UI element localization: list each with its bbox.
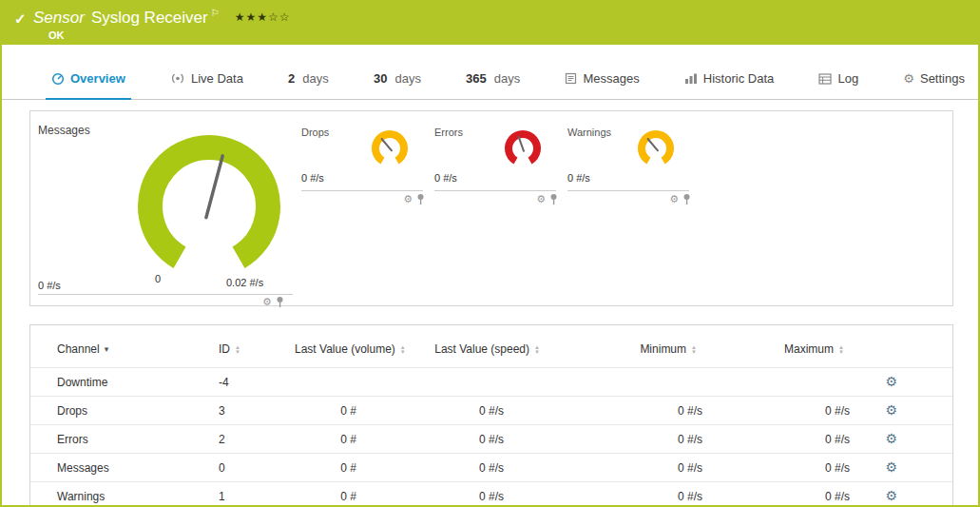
tab-settings[interactable]: ⚙ Settings — [897, 71, 970, 99]
channel-volume: 0 # — [287, 482, 406, 507]
channel-minimum: 0 #/s — [553, 397, 710, 425]
sensor-title-name: Syslog Receiver — [91, 9, 208, 27]
tab-365-days[interactable]: 365 days — [460, 71, 526, 99]
drops-gauge-needle — [382, 139, 392, 150]
tab-historic-data[interactable]: Historic Data — [679, 71, 779, 99]
channel-settings-icon[interactable]: ⚙ — [885, 431, 897, 446]
table-row-messages: Messages 0 0 # 0 #/s 0 #/s 0 #/s ⚙ — [30, 454, 952, 482]
channel-name: Downtime — [30, 368, 211, 397]
drops-gauge-block: Drops 0 #/s ⚙ — [301, 125, 423, 191]
col-header-actions — [857, 325, 952, 368]
col-header-minimum[interactable]: Minimum▲▼ — [553, 325, 710, 368]
errors-gauge — [501, 127, 545, 170]
messages-document-icon — [565, 72, 577, 85]
gauge-pin-icon[interactable] — [682, 193, 691, 205]
channel-minimum: 0 #/s — [553, 425, 710, 454]
tab-2-days[interactable]: 2 days — [282, 71, 335, 99]
tab-30-days-number: 30 — [374, 71, 387, 86]
channel-volume — [287, 368, 406, 397]
tab-log-label: Log — [837, 71, 858, 86]
main-gauge-actions: ⚙ — [262, 296, 284, 307]
tab-messages[interactable]: Messages — [559, 71, 644, 99]
gauge-gear-icon[interactable]: ⚙ — [536, 194, 546, 205]
channel-volume: 0 # — [287, 454, 406, 482]
tab-2-days-label: days — [302, 71, 328, 86]
channel-name: Messages — [30, 454, 211, 482]
tab-2-days-number: 2 — [288, 71, 295, 86]
gauge-gear-icon[interactable]: ⚙ — [262, 297, 272, 307]
channel-volume: 0 # — [287, 425, 406, 454]
channel-id: 0 — [211, 454, 287, 482]
tab-historic-data-label: Historic Data — [703, 71, 774, 86]
main-gauge-scale-max: 0.02 #/s — [226, 277, 263, 288]
col-header-maximum[interactable]: Maximum▲▼ — [710, 325, 857, 368]
tab-settings-label: Settings — [920, 71, 965, 86]
gauge-pin-icon[interactable] — [416, 193, 425, 205]
channel-name: Warnings — [30, 482, 211, 507]
channel-minimum: 0 #/s — [553, 482, 710, 507]
gauge-pin-icon[interactable] — [276, 296, 284, 307]
channel-id: -4 — [211, 368, 287, 397]
tab-live-data[interactable]: Live Data — [164, 71, 249, 99]
channel-volume: 0 # — [287, 397, 406, 425]
log-list-icon — [818, 73, 832, 85]
sensor-header: ✓ SensorSyslog Receiver⚐★★★☆☆ OK — [2, 2, 978, 45]
tab-30-days-label: days — [394, 71, 420, 86]
channel-maximum: 0 #/s — [710, 425, 857, 454]
tab-log[interactable]: Log — [813, 71, 864, 99]
channel-id: 3 — [211, 397, 287, 425]
warnings-gauge-actions: ⚙ — [669, 193, 691, 205]
settings-gear-icon: ⚙ — [903, 72, 914, 85]
tab-messages-label: Messages — [583, 71, 639, 86]
col-header-id[interactable]: ID▲▼ — [211, 325, 287, 368]
table-header-row: Channel▾ ID▲▼ Last Value (volume)▲▼ Last… — [30, 325, 952, 368]
drops-gauge-value: 0 #/s — [301, 172, 324, 184]
tab-30-days[interactable]: 30 days — [368, 71, 427, 99]
col-header-last-value-volume[interactable]: Last Value (volume)▲▼ — [287, 325, 406, 368]
messages-gauge-needle — [206, 156, 222, 218]
channel-maximum: 0 #/s — [710, 397, 857, 425]
main-gauge-divider — [38, 294, 293, 295]
table-row-errors: Errors 2 0 # 0 #/s 0 #/s 0 #/s ⚙ — [30, 425, 952, 454]
tab-overview-label: Overview — [70, 71, 125, 86]
gauge-gear-icon[interactable]: ⚙ — [403, 194, 413, 205]
gauge-pin-icon[interactable] — [549, 193, 558, 205]
channel-settings-icon[interactable]: ⚙ — [885, 488, 897, 503]
channel-name: Drops — [30, 397, 211, 425]
gauge-gear-icon[interactable]: ⚙ — [669, 194, 679, 205]
historic-chart-icon — [684, 72, 698, 85]
main-gauge-label: Messages — [38, 124, 90, 137]
channel-name: Errors — [30, 425, 211, 454]
tab-live-data-label: Live Data — [191, 71, 243, 86]
drops-gauge-label: Drops — [301, 127, 329, 138]
main-gauge-scale-min: 0 — [155, 273, 161, 284]
warnings-gauge — [634, 127, 678, 170]
status-badge: OK — [48, 29, 65, 41]
flag-icon[interactable]: ⚐ — [211, 8, 220, 18]
col-header-channel[interactable]: Channel▾ — [30, 325, 211, 368]
col-header-last-value-speed[interactable]: Last Value (speed)▲▼ — [406, 325, 553, 368]
channel-speed: 0 #/s — [406, 425, 553, 454]
channel-settings-icon[interactable]: ⚙ — [885, 459, 897, 475]
tab-365-days-label: days — [494, 71, 520, 86]
channel-minimum — [553, 368, 710, 397]
sort-icon: ▲▼ — [534, 345, 540, 355]
channels-panel: Channel▾ ID▲▼ Last Value (volume)▲▼ Last… — [29, 324, 953, 507]
main-gauge-value: 0 #/s — [38, 280, 61, 291]
warnings-gauge-needle — [648, 139, 658, 150]
messages-gauge — [133, 130, 285, 283]
errors-gauge-label: Errors — [434, 127, 463, 138]
errors-gauge-actions: ⚙ — [536, 193, 558, 205]
gauges-panel: Messages 0 #/s 0 0.02 #/s ⚙ Drops 0 #/s — [29, 110, 953, 306]
channel-speed — [406, 368, 553, 397]
tab-overview[interactable]: Overview — [46, 71, 131, 101]
channel-settings-icon[interactable]: ⚙ — [885, 374, 897, 389]
errors-gauge-value: 0 #/s — [434, 172, 457, 184]
channel-speed: 0 #/s — [406, 397, 553, 425]
tab-365-days-number: 365 — [466, 71, 487, 86]
prtg-sensor-page: ✓ SensorSyslog Receiver⚐★★★☆☆ OK Overvie… — [0, 0, 980, 507]
sort-desc-icon: ▾ — [105, 344, 109, 354]
priority-stars[interactable]: ★★★☆☆ — [235, 10, 291, 24]
warnings-gauge-block: Warnings 0 #/s ⚙ — [567, 125, 689, 191]
channel-settings-icon[interactable]: ⚙ — [885, 402, 897, 418]
